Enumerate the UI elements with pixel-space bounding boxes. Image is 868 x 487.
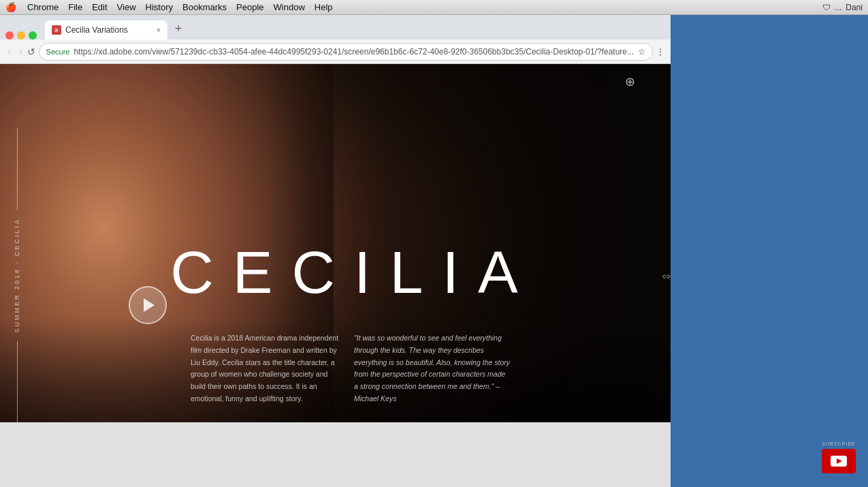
play-video-btn[interactable] [129, 286, 167, 324]
refresh-btn[interactable]: ↺ [27, 44, 35, 60]
secure-indicator: Secure [46, 48, 70, 56]
chrome-toolbar: ‹ › ↺ Secure https://xd.adobe.com/view/5… [0, 40, 671, 64]
menu-window[interactable]: Window [274, 2, 305, 12]
macos-menubar: 🍎 Chrome File Edit View History Bookmark… [0, 0, 868, 15]
sidebar-line-top [17, 128, 18, 210]
address-bar[interactable]: Secure https://xd.adobe.com/view/571239d… [39, 43, 653, 61]
fullscreen-window-btn[interactable] [29, 31, 37, 40]
forward-btn[interactable]: › [16, 44, 25, 60]
subscribe-label: SUBSCRIBE [822, 441, 855, 446]
back-btn[interactable]: ‹ [5, 44, 14, 60]
youtube-icon [831, 456, 847, 467]
menu-chrome[interactable]: Chrome [27, 2, 59, 12]
shield-icon: 🛡 [822, 3, 831, 12]
menu-view[interactable]: View [117, 2, 136, 12]
right-panel: SUBSCRIBE [671, 15, 868, 487]
browser-bottom-area [0, 422, 671, 487]
menu-bookmarks[interactable]: Bookmarks [182, 2, 227, 12]
tab-favicon: X [52, 25, 61, 35]
hero-description: Cecilia is a 2018 American drama indepen… [191, 332, 340, 405]
active-tab[interactable]: X Cecilia Variations × [45, 20, 167, 40]
resize-handle[interactable]: ⇔ [662, 269, 671, 282]
sidebar-vertical-text: SUMMER 2018 - CECILIA [14, 218, 20, 333]
search-icon[interactable]: ⊕ [625, 74, 635, 89]
hero-quote: "It was so wonderful to see and feel eve… [354, 332, 511, 405]
hero-title: CECILIA [170, 237, 536, 307]
youtube-subscribe-btn[interactable] [822, 449, 856, 473]
chrome-more-btn[interactable]: ⋮ [656, 44, 665, 60]
user-name: Dani [846, 3, 863, 12]
menu-help[interactable]: Help [315, 2, 333, 12]
menu-history[interactable]: History [146, 2, 173, 12]
menu-edit[interactable]: Edit [92, 2, 107, 12]
apple-menu[interactable]: 🍎 [5, 2, 16, 12]
tab-close-btn[interactable]: × [154, 25, 163, 35]
play-icon [144, 298, 155, 312]
system-icons: ... [835, 3, 841, 12]
new-tab-btn[interactable]: + [169, 19, 188, 38]
sidebar-line-bottom [17, 341, 18, 423]
menu-file[interactable]: File [68, 2, 82, 12]
menu-people[interactable]: People [236, 2, 263, 12]
bookmark-icon[interactable]: ☆ [638, 47, 645, 57]
chrome-tabs-area: X Cecilia Variations × + ‹ › ↺ Secure ht… [0, 15, 671, 64]
minimize-window-btn[interactable] [17, 31, 25, 40]
chrome-window: X Cecilia Variations × + ‹ › ↺ Secure ht… [0, 15, 671, 487]
chrome-tabs-bar: X Cecilia Variations × + [0, 15, 671, 40]
tab-title: Cecilia Variations [65, 25, 128, 35]
close-window-btn[interactable] [5, 31, 14, 40]
url-text: https://xd.adobe.com/view/571239dc-cb33-… [74, 47, 634, 57]
